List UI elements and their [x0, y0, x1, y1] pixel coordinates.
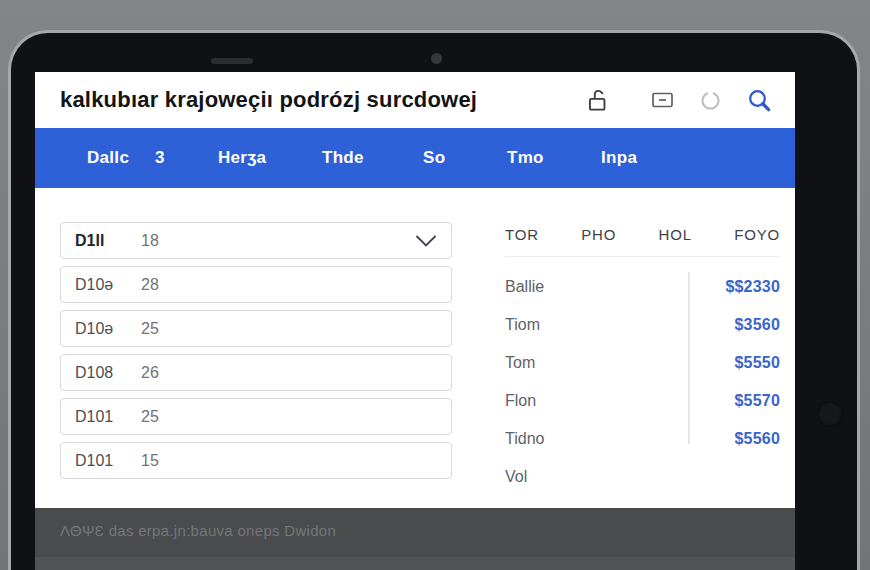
row-label: Tiom	[505, 316, 540, 334]
summary-row: Flon $5570	[505, 382, 780, 420]
search-icon[interactable]	[746, 87, 773, 114]
form-field[interactable]: D10ə 28	[60, 266, 452, 303]
field-label: D10ə	[75, 276, 125, 294]
column-header-pho: PHO	[581, 226, 616, 243]
nav-item-2[interactable]: 3	[155, 148, 165, 168]
form-field[interactable]: D101 15	[60, 442, 452, 479]
footer-strip	[35, 557, 795, 570]
row-label: Tom	[505, 354, 535, 372]
form-field-dropdown[interactable]: D1ll 18	[60, 222, 452, 259]
form-column: D1ll 18 D10ə 28 D10ə 25	[60, 222, 452, 496]
chevron-down-icon[interactable]	[415, 235, 437, 247]
field-value: 15	[141, 452, 159, 470]
row-label: Ballie	[505, 278, 544, 296]
row-value: $5570	[735, 392, 781, 410]
front-camera	[431, 53, 442, 64]
main-content: D1ll 18 D10ə 28 D10ə 25	[35, 188, 795, 496]
column-header-foyo: FOYO	[734, 226, 780, 243]
row-value: $5550	[735, 354, 781, 372]
rear-camera	[817, 401, 843, 427]
field-label: D1ll	[75, 232, 125, 250]
field-value: 26	[141, 364, 159, 382]
footer-text: ΛΘΨƐ das erpa.jn:bauva oneps Dwidon	[35, 508, 795, 539]
summary-column-headers: TOR PHO HOL FOYO	[505, 226, 780, 257]
field-value: 25	[141, 320, 159, 338]
nav-item-7[interactable]: Inpa	[601, 148, 637, 168]
nav-item-3[interactable]: Herʒa	[218, 148, 266, 168]
header-icons	[585, 86, 773, 114]
column-header-hol: HOL	[659, 226, 692, 243]
tablet-screen: kalkubıar krajoweçiı podrózj surcdowej	[35, 72, 795, 570]
summary-row: Ballie $$2330	[505, 268, 780, 306]
field-value: 28	[141, 276, 159, 294]
vertical-divider	[688, 272, 690, 444]
field-value: 25	[141, 408, 159, 426]
app-page: kalkubıar krajoweçiı podrózj surcdowej	[35, 72, 795, 508]
summary-row: Tom $5550	[505, 344, 780, 382]
column-header-tor: TOR	[505, 226, 539, 243]
refresh-icon[interactable]	[700, 90, 721, 111]
form-field[interactable]: D108 26	[60, 354, 452, 391]
field-label: D101	[75, 408, 125, 426]
page-title: kalkubıar krajoweçiı podrózj surcdowej	[60, 87, 477, 113]
nav-item-6[interactable]: Tmo	[507, 148, 544, 168]
app-header: kalkubıar krajoweçiı podrózj surcdowej	[35, 72, 795, 128]
summary-row: Tiom $3560	[505, 306, 780, 344]
minus-box-icon[interactable]	[650, 89, 675, 111]
row-label: Flon	[505, 392, 536, 410]
row-label: Tidno	[505, 430, 544, 448]
field-label: D101	[75, 452, 125, 470]
summary-row: Tidno $5560	[505, 420, 780, 458]
nav-item-1[interactable]: Dallc	[87, 148, 129, 168]
nav-item-4[interactable]: Thde	[322, 148, 364, 168]
tablet-frame: kalkubıar krajoweçiı podrózj surcdowej	[8, 30, 860, 570]
summary-row: Vol	[505, 458, 780, 496]
field-label: D108	[75, 364, 125, 382]
field-label: D10ə	[75, 320, 125, 338]
form-field[interactable]: D10ə 25	[60, 310, 452, 347]
tablet-power-button	[211, 58, 253, 64]
main-nav: Dallc 3 Herʒa Thde So Tmo Inpa	[35, 128, 795, 188]
page-footer: ΛΘΨƐ das erpa.jn:bauva oneps Dwidon	[35, 508, 795, 570]
row-value: $5560	[735, 430, 781, 448]
summary-panel: TOR PHO HOL FOYO Ballie $$2330 Tiom	[505, 222, 780, 496]
lock-icon[interactable]	[585, 86, 611, 114]
row-value: $$2330	[725, 278, 780, 296]
form-field[interactable]: D101 25	[60, 398, 452, 435]
summary-rows: Ballie $$2330 Tiom $3560 Tom $5550 Flo	[505, 257, 780, 496]
field-value: 18	[141, 232, 159, 250]
nav-item-5[interactable]: So	[423, 148, 445, 168]
row-label: Vol	[505, 468, 527, 486]
row-value: $3560	[735, 316, 781, 334]
